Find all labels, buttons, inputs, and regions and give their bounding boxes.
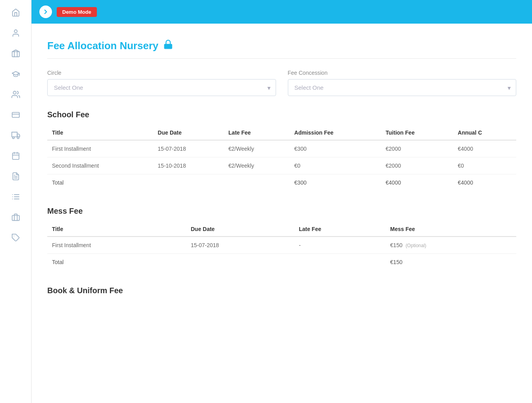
svg-marker-6 [17,134,19,137]
filter-row: Circle Select One Fee Concession Select … [47,70,516,96]
book-uniform-fee-title: Book & Uniform Fee [47,286,516,295]
col-mess-fee: Mess Fee [386,222,516,237]
row-due-date: 15-07-2018 [186,237,294,254]
row-late-fee: €2/Weekly [224,157,289,174]
row-due-date: 15-07-2018 [153,140,224,157]
graduation-icon[interactable] [7,65,24,83]
svg-rect-23 [164,44,172,49]
school-fee-table: Title Due Date Late Fee Admission Fee Tu… [47,126,516,191]
staff-icon[interactable] [7,86,24,103]
svg-rect-1 [12,52,19,57]
svg-rect-5 [11,132,17,137]
optional-label: (Optional) [406,243,426,248]
col-due-date: Due Date [186,222,294,237]
col-due-date: Due Date [153,126,224,140]
concession-select-wrapper[interactable]: Select One [288,79,517,96]
school-fee-header-row: Title Due Date Late Fee Admission Fee Tu… [47,126,516,140]
sidebar [0,0,32,403]
school-fee-title: School Fee [47,110,516,119]
circle-filter-group: Circle Select One [47,70,276,96]
concession-select[interactable]: Select One [288,79,517,96]
row-annual: €0 [453,157,516,174]
demo-mode-badge: Demo Mode [57,7,97,17]
content-area: Fee Allocation Nursery Circle Select One… [32,24,532,403]
main-content: Demo Mode Fee Allocation Nursery Circle … [32,0,532,403]
circle-label: Circle [47,70,276,76]
row-annual: €4000 [453,174,516,191]
row-admission-fee: €0 [289,157,381,174]
back-button[interactable] [39,6,52,18]
row-due-date [153,174,224,191]
mess-fee-title: Mess Fee [47,207,516,216]
row-title: First Installment [47,140,153,157]
row-tuition-fee: €2000 [381,157,453,174]
calendar-icon[interactable] [7,147,24,165]
row-mess-fee: €150 [386,254,516,271]
row-title: First Installment [47,237,186,254]
row-admission-fee: €300 [289,174,381,191]
row-mess-fee: €150 (Optional) [386,237,516,254]
col-title: Title [47,126,153,140]
topbar: Demo Mode [32,0,532,24]
school-icon[interactable] [7,45,24,62]
row-late-fee [224,174,289,191]
row-tuition-fee: €2000 [381,140,453,157]
page-title: Fee Allocation Nursery [47,31,516,59]
home-icon[interactable] [7,4,24,21]
col-annual: Annual C [453,126,516,140]
page-title-text: Fee Allocation Nursery [47,40,158,52]
row-admission-fee: €300 [289,140,381,157]
svg-rect-21 [12,215,19,220]
finance-icon[interactable] [7,106,24,124]
report-icon[interactable] [7,168,24,185]
book-uniform-fee-section: Book & Uniform Fee [47,286,516,295]
svg-rect-3 [12,113,19,118]
col-title: Title [47,222,186,237]
col-tuition-fee: Tuition Fee [381,126,453,140]
row-title: Second Installment [47,157,153,174]
table-row: First Installment 15-07-2018 - €150 (Opt… [47,237,516,254]
concession-filter-group: Fee Concession Select One [288,70,517,96]
row-due-date: 15-10-2018 [153,157,224,174]
lock-icon [163,39,173,52]
circle-select[interactable]: Select One [47,79,276,96]
row-annual: €4000 [453,140,516,157]
row-late-fee: - [294,237,386,254]
user-icon[interactable] [7,24,24,42]
svg-point-8 [17,137,19,139]
table-row: Total €150 [47,254,516,271]
puzzle-icon[interactable] [7,229,24,246]
svg-rect-9 [12,153,19,160]
mess-fee-table: Title Due Date Late Fee Mess Fee First I… [47,222,516,270]
mess-fee-section: Mess Fee Title Due Date Late Fee Mess Fe… [47,207,516,270]
svg-point-7 [12,137,14,139]
row-tuition-fee: €4000 [381,174,453,191]
row-late-fee [294,254,386,271]
row-title: Total [47,174,153,191]
table-row: First Installment 15-07-2018 €2/Weekly €… [47,140,516,157]
circle-select-wrapper[interactable]: Select One [47,79,276,96]
list-icon[interactable] [7,188,24,205]
luggage-icon[interactable] [7,209,24,226]
col-late-fee: Late Fee [294,222,386,237]
svg-point-2 [13,91,16,94]
row-title: Total [47,254,186,271]
concession-label: Fee Concession [288,70,517,76]
row-due-date [186,254,294,271]
col-admission-fee: Admission Fee [289,126,381,140]
table-row: Total €300 €4000 €4000 [47,174,516,191]
svg-point-0 [14,30,17,33]
row-late-fee: €2/Weekly [224,140,289,157]
transport-icon[interactable] [7,127,24,144]
col-late-fee: Late Fee [224,126,289,140]
school-fee-section: School Fee Title Due Date Late Fee Admis… [47,110,516,191]
mess-fee-header-row: Title Due Date Late Fee Mess Fee [47,222,516,237]
table-row: Second Installment 15-10-2018 €2/Weekly … [47,157,516,174]
